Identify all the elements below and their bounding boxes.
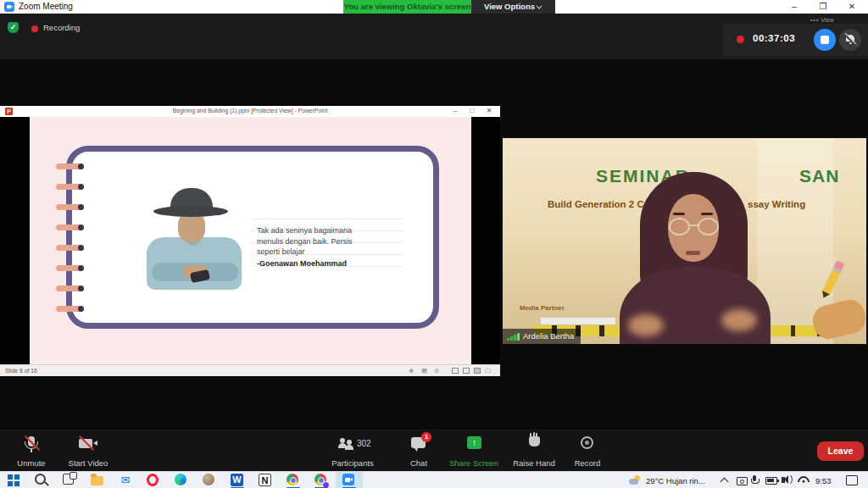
recording-dot-icon — [31, 25, 38, 32]
volume-icon[interactable] — [782, 477, 785, 483]
ppt-maximize-button[interactable]: □ — [465, 107, 480, 114]
chevron-down-icon — [537, 3, 542, 9]
stop-recording-button[interactable] — [814, 29, 836, 51]
zoom-icon — [342, 474, 354, 485]
mail-button[interactable]: ✉ — [119, 474, 132, 487]
quote-block: Tak ada seninya bagaimana menulis dengan… — [257, 225, 392, 269]
taskbar-clock[interactable]: 9:53 — [815, 476, 832, 485]
author-photo — [131, 183, 259, 295]
minimize-button[interactable]: – — [780, 0, 809, 14]
reading-view-button[interactable] — [474, 368, 481, 374]
ppt-close-button[interactable]: ✕ — [481, 107, 497, 114]
leave-button[interactable]: Leave — [817, 441, 864, 461]
file-explorer-button[interactable] — [91, 474, 104, 487]
cast-display-icon[interactable] — [737, 477, 748, 485]
word-button[interactable]: W — [231, 474, 244, 487]
opera-button[interactable] — [147, 474, 160, 487]
task-view-button[interactable] — [63, 474, 76, 487]
weather-label[interactable]: 29°C Hujan rin... — [646, 476, 705, 485]
share-screen-button[interactable]: ↑ Share Screen — [444, 435, 504, 469]
signal-bar — [514, 335, 516, 341]
record-icon — [581, 436, 593, 449]
slideshow-button[interactable]: 🖵 — [483, 367, 492, 374]
fedora-brim-icon — [153, 206, 228, 217]
participants-button[interactable]: 302 Participants — [323, 435, 382, 469]
start-video-button[interactable]: Start Video — [58, 435, 118, 469]
comments-button[interactable]: ▤ — [420, 367, 429, 374]
share-screen-icon: ↑ — [467, 436, 481, 449]
zoom-app-icon — [4, 2, 14, 12]
quote-line: Tak ada seninya bagaimana — [257, 225, 392, 236]
table-strip — [541, 318, 615, 324]
notion-button[interactable]: N — [259, 474, 272, 487]
close-button[interactable]: ✕ — [837, 0, 866, 14]
chat-badge: 1 — [421, 432, 431, 442]
chrome-profile2-button[interactable] — [314, 474, 328, 487]
eyebrow — [673, 213, 685, 215]
window-titlebar: Zoom Meeting You are viewing Oktavia's s… — [0, 0, 868, 14]
spiral-ring-icon — [56, 204, 83, 210]
windows-taskbar: ✉ W N 29°C Hujan rin... 9:53 — [0, 471, 868, 488]
search-button[interactable] — [35, 474, 48, 487]
chrome-button[interactable] — [287, 474, 300, 487]
view-label: View — [821, 17, 833, 23]
meeting-info-shield-icon[interactable]: ✓ — [8, 22, 19, 33]
zoom-taskbar-button[interactable] — [342, 474, 356, 487]
participants-label: Participants — [323, 458, 382, 468]
slide-counter: Slide 8 of 16 — [5, 368, 37, 374]
paint-app-button[interactable] — [203, 474, 216, 487]
mute-notifications-button[interactable] — [839, 29, 861, 51]
tray-expand-chevron[interactable] — [721, 478, 729, 486]
edge-button[interactable] — [175, 474, 188, 487]
seminar-banner-text-right: SAN — [799, 166, 839, 186]
glasses-bridge — [689, 225, 698, 226]
slide-sorter-button[interactable] — [463, 368, 470, 374]
shared-screen: P Begining and Building (1).pptx [Protec… — [0, 106, 500, 375]
ppt-minimize-button[interactable]: – — [448, 107, 463, 114]
chrome-icon — [287, 474, 298, 485]
glasses-icon — [669, 218, 690, 236]
participant-name: Ardelia Bertha — [523, 331, 574, 341]
folder-icon — [91, 476, 103, 485]
spiral-ring-icon — [56, 265, 83, 271]
spiral-ring-icon — [56, 164, 83, 169]
notes-button[interactable]: ⊕ — [407, 367, 416, 374]
lips — [686, 251, 700, 255]
spiral-ring-icon — [56, 286, 83, 291]
tray-microphone-icon[interactable] — [753, 475, 756, 481]
action-center-icon[interactable] — [846, 475, 858, 485]
record-label: Record — [558, 458, 617, 468]
unmute-button[interactable]: Unmute — [2, 435, 61, 469]
start-button[interactable] — [7, 474, 20, 487]
record-button[interactable]: Record — [558, 435, 617, 469]
media-partner-label: Media Partner — [520, 304, 565, 312]
recording-indicator-icon — [737, 36, 744, 43]
view-button[interactable]: ▪▪▪ View — [810, 17, 833, 23]
display-settings-button[interactable]: ⊙ — [432, 367, 442, 374]
maximize-button[interactable]: ❐ — [809, 0, 837, 14]
wifi-icon[interactable] — [795, 474, 812, 488]
normal-view-button[interactable] — [452, 368, 459, 374]
ruled-line — [250, 219, 403, 219]
speaker-video-tile[interactable]: SEMINAR SAN Build Generation 2 Cre ssay … — [503, 138, 866, 344]
screen-share-banner: You are viewing Oktavia's screen — [343, 0, 471, 14]
recording-label: Recording — [43, 23, 80, 32]
mic-stem — [31, 449, 32, 452]
raise-hand-icon — [529, 436, 540, 446]
task-view-icon — [63, 474, 74, 485]
spiral-ring-icon — [56, 225, 83, 230]
hand — [721, 309, 757, 331]
battery-icon[interactable] — [765, 477, 777, 485]
recording-timer: 00:37:03 — [753, 33, 795, 43]
windows-logo-icon — [7, 474, 20, 487]
quote-line: seperti belajar — [257, 247, 392, 258]
signal-bars-icon — [507, 338, 509, 341]
unmute-label: Unmute — [2, 458, 61, 468]
spiral-ring-icon — [56, 184, 83, 190]
spiral-ring-icon — [56, 245, 83, 251]
weather-icon[interactable] — [629, 475, 641, 485]
raise-hand-label: Raise Hand — [504, 458, 564, 468]
chat-button[interactable]: 1 Chat — [389, 435, 448, 469]
view-options-button[interactable]: View Options — [471, 0, 555, 14]
raise-hand-button[interactable]: Raise Hand — [504, 435, 564, 469]
